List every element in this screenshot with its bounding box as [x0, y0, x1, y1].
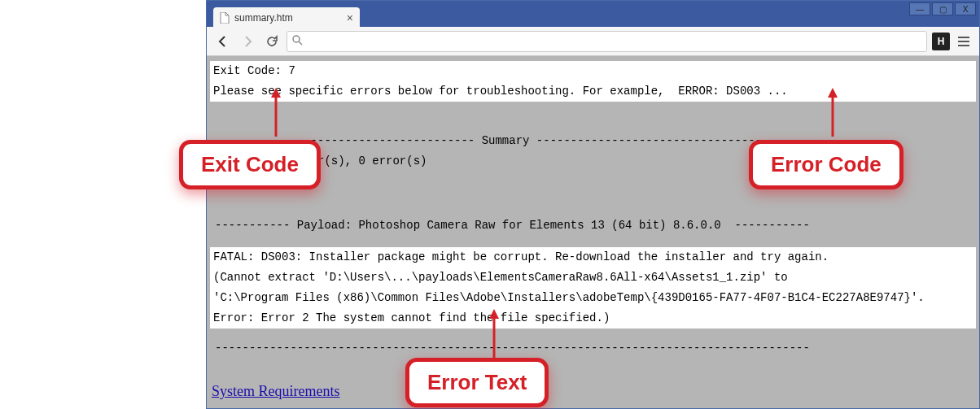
maximize-button[interactable]: ▢: [932, 2, 953, 15]
exit-code-callout: Exit Code: [179, 140, 321, 189]
exit-code-line: Exit Code: 7: [210, 61, 976, 81]
svg-line-1: [299, 41, 302, 45]
page-viewport: Exit Code: 7 Please see specific errors …: [207, 56, 979, 408]
minimize-button[interactable]: —: [909, 2, 930, 15]
tab-summary[interactable]: summary.htm ×: [213, 7, 360, 28]
toolbar: H: [207, 27, 979, 56]
browser-window: — ▢ X summary.htm × H: [206, 0, 980, 409]
system-requirements-link[interactable]: System Requirements: [212, 383, 339, 400]
back-button[interactable]: [213, 32, 233, 51]
tab-strip: summary.htm ×: [213, 6, 360, 28]
address-bar[interactable]: [287, 31, 927, 52]
window-close-button[interactable]: X: [955, 2, 976, 15]
document-icon: [220, 12, 230, 24]
fatal-line-4: Error: Error 2 The system cannot find th…: [210, 308, 976, 329]
tab-title: summary.htm: [234, 12, 293, 24]
error-text-callout: Error Text: [405, 358, 549, 407]
extension-icon[interactable]: H: [932, 33, 950, 50]
error-code-callout: Error Code: [749, 140, 903, 189]
fatal-line-3: 'C:\Program Files (x86)\Common Files\Ado…: [210, 288, 976, 308]
search-icon: [292, 35, 303, 48]
payload-line: ----------- Payload: Photoshop Camera Ra…: [210, 215, 976, 236]
error-text-label: Error Text: [427, 370, 527, 394]
exit-code-label: Exit Code: [201, 152, 299, 176]
error-code-label: Error Code: [771, 152, 882, 176]
tab-close-button[interactable]: ×: [347, 11, 353, 24]
svg-point-0: [293, 36, 300, 42]
address-input[interactable]: [306, 35, 921, 47]
forward-button[interactable]: [238, 32, 257, 51]
fatal-line-2: (Cannot extract 'D:\Users\...\payloads\E…: [210, 268, 976, 288]
fatal-line-1: FATAL: DS003: Installer package might be…: [210, 247, 976, 268]
instruction-line: Please see specific errors below for tro…: [210, 81, 976, 102]
window-controls: — ▢ X: [909, 2, 976, 15]
hamburger-menu-icon[interactable]: [955, 33, 973, 50]
reload-button[interactable]: [262, 32, 282, 51]
divider-line: ----------------------------------------…: [210, 338, 976, 359]
